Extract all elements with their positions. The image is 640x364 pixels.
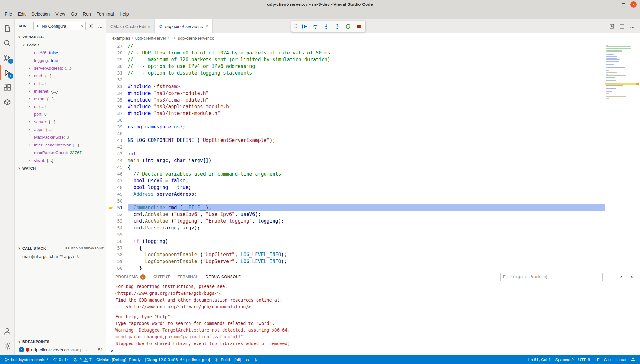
gutter-glyph-margin[interactable]	[106, 77, 115, 83]
breadcrumb-item[interactable]: examples	[112, 36, 130, 41]
line-text[interactable]: #include "ns3/internet-module.h"	[128, 110, 640, 117]
activity-settings[interactable]	[0, 339, 15, 353]
gutter-glyph-margin[interactable]	[106, 252, 115, 258]
status-problems[interactable]: 07	[71, 355, 94, 364]
status-encoding[interactable]: UTF-8	[576, 355, 592, 364]
gutter-glyph-margin[interactable]	[106, 178, 115, 184]
step-into-button[interactable]	[322, 22, 330, 30]
code-line[interactable]: 51 CommandLine cmd (__FILE__);	[106, 204, 640, 211]
line-text[interactable]	[128, 231, 640, 238]
line-text[interactable]: // - option to disable logging statement…	[128, 70, 640, 77]
line-number[interactable]: 50	[115, 198, 128, 204]
variable-row[interactable]: port:0	[15, 110, 106, 118]
code-line[interactable]: 56 if (logging)	[106, 238, 640, 245]
menu-view[interactable]: View	[53, 10, 68, 18]
code-line[interactable]: 29// - maximum of 320 packets sent (or l…	[106, 56, 640, 63]
line-number[interactable]: 33	[115, 83, 128, 90]
gutter-glyph-margin[interactable]	[106, 198, 115, 204]
line-text[interactable]: cmd.AddValue ("useIpv6", "Use Ipv6", use…	[128, 211, 640, 218]
line-text[interactable]: int	[128, 151, 640, 157]
line-text[interactable]: using namespace ns3;	[128, 124, 640, 130]
close-button[interactable]: ×	[630, 1, 637, 8]
line-text[interactable]: // - option to use IPv4 or IPv6 addressi…	[128, 63, 640, 70]
gutter-glyph-margin[interactable]	[106, 130, 115, 137]
stop-button[interactable]	[355, 22, 363, 30]
line-number[interactable]: 32	[115, 77, 128, 83]
variable-row[interactable]: ›server:{...}	[15, 118, 106, 126]
gutter-glyph-margin[interactable]	[106, 151, 115, 157]
split-editor-icon[interactable]	[619, 23, 625, 29]
activity-extensions[interactable]	[0, 80, 15, 95]
variable-row[interactable]: ›apps:{...}	[15, 126, 106, 133]
variables-section-header[interactable]: ∨ VARIABLES	[15, 33, 106, 41]
variable-row[interactable]: ›n:{...}	[15, 79, 106, 87]
status-debug-target[interactable]	[243, 355, 252, 364]
tab-udp-client-server-cc[interactable]: Cudp-client-server.cc×	[155, 19, 213, 33]
line-number[interactable]: 46	[115, 171, 128, 178]
gutter-glyph-margin[interactable]	[106, 110, 115, 117]
code-line[interactable]: 30// - option to use IPv4 or IPv6 addres…	[106, 63, 640, 70]
continue-button[interactable]	[300, 22, 308, 30]
variable-row[interactable]: ›interPacketInterval:{...}	[15, 141, 106, 149]
code-line[interactable]: 54 cmd.Parse (argc, argv);	[106, 225, 640, 231]
code-line[interactable]: 57 {	[106, 245, 640, 252]
status-git-branch[interactable]: buildsystem-cmake*	[3, 355, 50, 364]
code-line[interactable]: 53 cmd.AddValue ("logging", "Enable logg…	[106, 218, 640, 225]
line-text[interactable]: bool logging = true;	[128, 184, 640, 191]
line-text[interactable]: }	[128, 265, 640, 270]
line-text[interactable]: main (int argc, char *argv[])	[128, 157, 640, 164]
line-number[interactable]: 43	[115, 151, 128, 157]
restart-button[interactable]	[344, 22, 352, 30]
code-line[interactable]: 33#include <fstream>	[106, 83, 640, 90]
call-stack-section-header[interactable]: ∨ CALL STACK PAUSED ON BREAKPOINT	[15, 244, 106, 252]
code-line[interactable]: 39using namespace ns3;	[106, 124, 640, 130]
gutter-glyph-margin[interactable]	[106, 157, 115, 164]
maximize-panel-icon[interactable]: ∧	[618, 274, 625, 280]
console-prompt[interactable]: >	[106, 347, 640, 354]
status-language-mode[interactable]: C++	[602, 355, 614, 364]
line-number[interactable]: 27	[115, 43, 128, 50]
code-line[interactable]: 47 bool useV6 = false;	[106, 178, 640, 184]
toolbar-grip-icon[interactable]: ⠿	[294, 24, 297, 29]
line-number[interactable]: 44	[115, 157, 128, 164]
gutter-glyph-margin[interactable]	[106, 211, 115, 218]
line-text[interactable]: #include "ns3/applications-module.h"	[128, 103, 640, 110]
gutter-glyph-margin[interactable]	[106, 225, 115, 231]
code-line[interactable]: 49 Address serverAddress;	[106, 191, 640, 198]
line-number[interactable]: 58	[115, 252, 128, 258]
line-number[interactable]: 35	[115, 97, 128, 103]
stack-frame[interactable]: main(int argc, char ** argv) u.	[15, 252, 106, 260]
code-line[interactable]: 45{	[106, 164, 640, 171]
code-line[interactable]: 48 bool logging = true;	[106, 184, 640, 191]
line-text[interactable]	[128, 130, 640, 137]
gutter-glyph-margin[interactable]	[106, 117, 115, 124]
variable-row[interactable]: ›serverAddress:{...}	[15, 64, 106, 72]
gutter-glyph-margin[interactable]	[106, 50, 115, 56]
status-cmake-build[interactable]: Build	[212, 355, 232, 364]
minimap[interactable]	[605, 43, 636, 270]
line-number[interactable]: 49	[115, 191, 128, 198]
status-launch-target[interactable]	[252, 355, 261, 364]
gutter-glyph-margin[interactable]	[106, 258, 115, 265]
code-line[interactable]: 35#include "ns3/csma-module.h"	[106, 97, 640, 103]
variable-row[interactable]: ›internet:{...}	[15, 87, 106, 95]
status-eol[interactable]: LF	[592, 355, 602, 364]
menu-help[interactable]: Help	[117, 10, 132, 18]
menu-run[interactable]: Run	[80, 10, 94, 18]
variable-row[interactable]: maxPacketCount:32767	[15, 149, 106, 156]
line-number[interactable]: 34	[115, 90, 128, 97]
line-number[interactable]: 47	[115, 178, 128, 184]
gutter-glyph-margin[interactable]	[106, 124, 115, 130]
variable-row[interactable]: ›d:{...}	[15, 103, 106, 110]
code-line[interactable]: 38	[106, 117, 640, 124]
activity-explorer[interactable]	[0, 21, 15, 36]
line-text[interactable]: // - maximum of 320 packets sent (or lim…	[128, 56, 640, 63]
line-text[interactable]: if (logging)	[128, 238, 640, 245]
status-cmake-status[interactable]: CMake: [Debug]: Ready	[94, 355, 143, 364]
tab-cmake-cache-editor[interactable]: CMake Cache Editor	[106, 19, 155, 33]
line-text[interactable]: {	[128, 245, 640, 252]
restore-button[interactable]	[620, 1, 627, 8]
gutter-glyph-margin[interactable]	[106, 97, 115, 103]
gutter-glyph-margin[interactable]	[106, 245, 115, 252]
gutter-glyph-margin[interactable]	[106, 43, 115, 50]
